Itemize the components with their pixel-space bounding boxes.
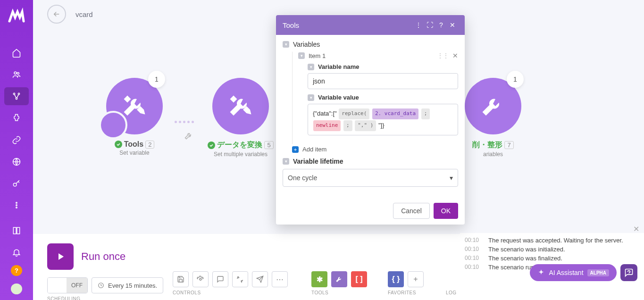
scheduling-toggle[interactable]: OFF	[47, 277, 88, 293]
node-label: Tools	[124, 140, 143, 149]
favorite-json[interactable]: { }	[388, 271, 404, 287]
pill-newline[interactable]: newline	[313, 120, 341, 131]
svg-point-11	[200, 278, 201, 280]
svg-point-9	[16, 207, 17, 208]
var-value-label: Variable value	[318, 94, 359, 101]
var-name-label: Variable name	[318, 63, 359, 70]
nav-home[interactable]	[4, 44, 29, 62]
nav-docs[interactable]	[4, 222, 29, 240]
tools-label: TOOLS	[311, 290, 367, 295]
lifetime-select[interactable]: One cycle ▾	[283, 169, 458, 187]
explain-button[interactable]	[252, 271, 268, 287]
nav-notifications[interactable]	[4, 243, 29, 261]
svg-point-1	[17, 73, 19, 75]
svg-point-0	[14, 72, 17, 74]
collapse-icon[interactable]: ▾	[283, 41, 289, 48]
node-badge: 1	[148, 71, 165, 88]
svg-point-4	[16, 98, 17, 100]
run-label: Run once	[81, 250, 125, 263]
modal-title: Tools	[283, 21, 413, 29]
pill-sep[interactable]: ;	[343, 120, 352, 131]
notes-button[interactable]	[212, 271, 228, 287]
cancel-button[interactable]: Cancel	[393, 203, 430, 219]
more-icon[interactable]: ⋮	[413, 19, 424, 31]
svg-point-3	[18, 93, 19, 95]
scenario-node-2[interactable]: データを変換 5 Set multiple variables	[208, 78, 274, 158]
scheduling-label: SCHEDULING	[47, 296, 163, 300]
plus-icon: +	[292, 146, 299, 153]
schedule-chip[interactable]: Every 15 minutes.	[92, 277, 163, 293]
avatar[interactable]	[11, 283, 22, 294]
help-float-button[interactable]	[620, 264, 637, 281]
pill-replace[interactable]: replace(	[339, 108, 369, 119]
tool-text[interactable]: [ ]	[351, 271, 367, 287]
settings-button[interactable]	[192, 271, 209, 287]
log-label: LOG	[446, 290, 457, 295]
node-sublabel: ariables	[483, 151, 503, 158]
favorites-label: FAVORITES	[388, 290, 424, 295]
check-icon	[208, 142, 215, 149]
check-icon	[115, 141, 122, 148]
modal-body: ▾ Variables ▾ Item 1 ⋮⋮ ✕ ▾ Variable nam…	[276, 35, 465, 197]
remove-item[interactable]: ✕	[452, 52, 458, 59]
svg-point-7	[16, 202, 17, 204]
node-label: 削・整形	[472, 140, 502, 150]
connector	[175, 120, 203, 123]
nav-keys[interactable]	[4, 175, 29, 192]
scenario-node-1[interactable]: 1 Tools 2 Set variable	[101, 78, 167, 156]
more-controls[interactable]: ⋯	[272, 271, 288, 287]
run-button[interactable]	[47, 243, 74, 270]
tool-tools[interactable]	[331, 271, 347, 287]
ai-assistant-button[interactable]: AI Assistant ALPHA	[530, 264, 617, 281]
tool-flow[interactable]: ✱	[311, 271, 327, 287]
chevron-down-icon: ▾	[450, 174, 453, 182]
log-close[interactable]: ✕	[633, 225, 639, 233]
modal-header: Tools ⋮ ⛶ ? ✕	[276, 15, 465, 35]
nav-users[interactable]	[4, 66, 29, 83]
drag-handle[interactable]: ⋮⋮	[437, 52, 449, 59]
scenario-node-3[interactable]: 1 削・整形 7 ariables	[460, 78, 526, 158]
wrench-icon[interactable]	[184, 131, 193, 141]
collapse-icon[interactable]: ▾	[298, 52, 305, 59]
nav-connections[interactable]	[4, 131, 29, 149]
node-count: 2	[145, 141, 154, 149]
controls-label: CONTROLS	[173, 290, 288, 295]
lifetime-label: Variable lifetime	[293, 158, 343, 165]
help-icon[interactable]: ?	[435, 19, 447, 31]
auto-align-button[interactable]	[232, 271, 248, 287]
logo	[7, 7, 26, 26]
nav-more[interactable]	[4, 196, 29, 214]
node-count: 7	[504, 141, 513, 149]
variables-label: Variables	[293, 41, 320, 48]
ok-button[interactable]: OK	[434, 203, 458, 219]
pill-sep[interactable]: "," )	[355, 120, 376, 131]
add-favorite[interactable]: +	[408, 271, 424, 287]
collapse-icon[interactable]: ▾	[308, 64, 314, 70]
var-value-input[interactable]: {"data":[" replace( 2. vcard_data ; newl…	[308, 104, 458, 135]
nav-scenarios[interactable]	[4, 87, 29, 105]
collapse-icon[interactable]: ▾	[283, 158, 289, 165]
modal-footer: Cancel OK	[276, 197, 465, 225]
pill-sep[interactable]: ;	[421, 108, 430, 119]
svg-point-2	[13, 93, 15, 95]
item-label: Item 1	[309, 52, 434, 59]
close-icon[interactable]: ✕	[447, 19, 458, 31]
svg-point-6	[13, 183, 17, 186]
node-sublabel: Set multiple variables	[214, 151, 268, 158]
node-count: 5	[264, 141, 273, 149]
modal: Tools ⋮ ⛶ ? ✕ ▾ Variables ▾ Item 1 ⋮⋮ ✕ …	[276, 15, 465, 225]
node-label: データを変換	[217, 140, 262, 150]
collapse-icon[interactable]: ▾	[308, 94, 314, 101]
add-item-button[interactable]: + Add item	[292, 146, 458, 153]
sidebar: ?	[0, 0, 33, 300]
node-badge: 1	[507, 71, 524, 88]
pill-source[interactable]: 2. vcard_data	[372, 108, 418, 119]
var-name-input[interactable]	[308, 73, 458, 89]
svg-point-8	[16, 205, 17, 206]
nav-webhooks[interactable]	[4, 153, 29, 171]
nav-apps[interactable]	[4, 109, 29, 127]
node-sublabel: Set variable	[119, 150, 149, 156]
help-badge[interactable]: ?	[11, 265, 22, 276]
expand-icon[interactable]: ⛶	[424, 19, 435, 31]
save-button[interactable]	[173, 271, 189, 287]
